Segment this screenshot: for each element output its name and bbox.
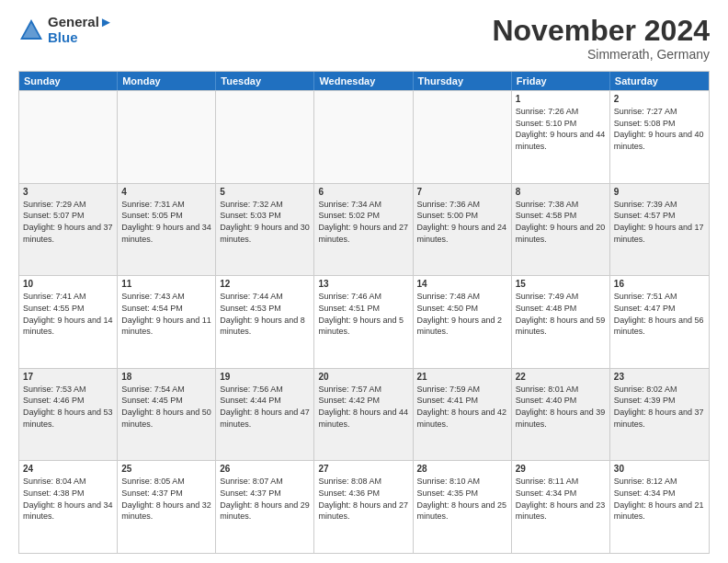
cell-info: Sunrise: 7:39 AM Sunset: 4:57 PM Dayligh… bbox=[614, 199, 705, 245]
cal-cell: 4Sunrise: 7:31 AM Sunset: 5:05 PM Daylig… bbox=[118, 184, 216, 276]
day-number: 27 bbox=[318, 464, 408, 474]
cell-info: Sunrise: 7:36 AM Sunset: 5:00 PM Dayligh… bbox=[417, 199, 507, 245]
cal-cell: 16Sunrise: 7:51 AM Sunset: 4:47 PM Dayli… bbox=[610, 276, 709, 368]
cal-cell: 30Sunrise: 8:12 AM Sunset: 4:34 PM Dayli… bbox=[610, 461, 709, 553]
day-number: 11 bbox=[121, 279, 211, 289]
logo-icon bbox=[18, 17, 44, 43]
cal-cell: 10Sunrise: 7:41 AM Sunset: 4:55 PM Dayli… bbox=[19, 276, 118, 368]
header: General► Blue November 2024 Simmerath, G… bbox=[18, 15, 710, 62]
day-number: 9 bbox=[614, 187, 705, 197]
title-block: November 2024 Simmerath, Germany bbox=[492, 15, 710, 62]
cal-cell bbox=[414, 91, 512, 183]
cal-cell: 20Sunrise: 7:57 AM Sunset: 4:42 PM Dayli… bbox=[314, 369, 413, 461]
day-number: 17 bbox=[23, 372, 113, 382]
cal-cell: 12Sunrise: 7:44 AM Sunset: 4:53 PM Dayli… bbox=[216, 276, 314, 368]
day-number: 6 bbox=[318, 187, 408, 197]
cal-cell: 26Sunrise: 8:07 AM Sunset: 4:37 PM Dayli… bbox=[216, 461, 314, 553]
calendar: SundayMondayTuesdayWednesdayThursdayFrid… bbox=[18, 71, 710, 554]
day-number: 3 bbox=[23, 187, 113, 197]
main-title: November 2024 bbox=[492, 15, 710, 47]
cell-info: Sunrise: 8:07 AM Sunset: 4:37 PM Dayligh… bbox=[220, 476, 310, 522]
page: General► Blue November 2024 Simmerath, G… bbox=[0, 0, 728, 563]
cell-info: Sunrise: 7:41 AM Sunset: 4:55 PM Dayligh… bbox=[23, 291, 113, 337]
cal-cell: 17Sunrise: 7:53 AM Sunset: 4:46 PM Dayli… bbox=[19, 369, 118, 461]
cal-cell: 9Sunrise: 7:39 AM Sunset: 4:57 PM Daylig… bbox=[610, 184, 709, 276]
day-number: 12 bbox=[220, 279, 310, 289]
cell-info: Sunrise: 7:57 AM Sunset: 4:42 PM Dayligh… bbox=[318, 384, 408, 430]
calendar-body: 1Sunrise: 7:26 AM Sunset: 5:10 PM Daylig… bbox=[19, 90, 709, 553]
cell-info: Sunrise: 7:44 AM Sunset: 4:53 PM Dayligh… bbox=[220, 291, 310, 337]
cell-info: Sunrise: 8:01 AM Sunset: 4:40 PM Dayligh… bbox=[516, 384, 606, 430]
cal-cell: 18Sunrise: 7:54 AM Sunset: 4:45 PM Dayli… bbox=[118, 369, 216, 461]
cal-cell: 23Sunrise: 8:02 AM Sunset: 4:39 PM Dayli… bbox=[610, 369, 709, 461]
calendar-header: SundayMondayTuesdayWednesdayThursdayFrid… bbox=[19, 72, 709, 90]
day-number: 8 bbox=[516, 187, 606, 197]
cell-info: Sunrise: 7:59 AM Sunset: 4:41 PM Dayligh… bbox=[417, 384, 507, 430]
cal-header-wednesday: Wednesday bbox=[314, 72, 413, 90]
cal-cell: 3Sunrise: 7:29 AM Sunset: 5:07 PM Daylig… bbox=[19, 184, 118, 276]
cell-info: Sunrise: 7:54 AM Sunset: 4:45 PM Dayligh… bbox=[121, 384, 211, 430]
cal-cell: 1Sunrise: 7:26 AM Sunset: 5:10 PM Daylig… bbox=[512, 91, 610, 183]
cal-cell: 22Sunrise: 8:01 AM Sunset: 4:40 PM Dayli… bbox=[512, 369, 610, 461]
cal-cell: 28Sunrise: 8:10 AM Sunset: 4:35 PM Dayli… bbox=[414, 461, 512, 553]
day-number: 14 bbox=[417, 279, 507, 289]
cal-header-sunday: Sunday bbox=[19, 72, 118, 90]
day-number: 2 bbox=[614, 94, 705, 104]
cal-header-saturday: Saturday bbox=[610, 72, 709, 90]
cal-cell: 14Sunrise: 7:48 AM Sunset: 4:50 PM Dayli… bbox=[414, 276, 512, 368]
cal-cell bbox=[19, 91, 118, 183]
cal-cell bbox=[118, 91, 216, 183]
day-number: 4 bbox=[121, 187, 211, 197]
cell-info: Sunrise: 7:34 AM Sunset: 5:02 PM Dayligh… bbox=[318, 199, 408, 245]
cal-cell: 13Sunrise: 7:46 AM Sunset: 4:51 PM Dayli… bbox=[314, 276, 413, 368]
cell-info: Sunrise: 7:29 AM Sunset: 5:07 PM Dayligh… bbox=[23, 199, 113, 245]
cal-week-2: 3Sunrise: 7:29 AM Sunset: 5:07 PM Daylig… bbox=[19, 183, 709, 276]
cell-info: Sunrise: 7:48 AM Sunset: 4:50 PM Dayligh… bbox=[417, 291, 507, 337]
cal-header-friday: Friday bbox=[512, 72, 610, 90]
cell-info: Sunrise: 7:56 AM Sunset: 4:44 PM Dayligh… bbox=[220, 384, 310, 430]
cal-header-monday: Monday bbox=[118, 72, 216, 90]
day-number: 25 bbox=[121, 464, 211, 474]
cell-info: Sunrise: 7:53 AM Sunset: 4:46 PM Dayligh… bbox=[23, 384, 113, 430]
logo-text: General► Blue bbox=[48, 15, 113, 45]
day-number: 15 bbox=[516, 279, 606, 289]
cal-header-tuesday: Tuesday bbox=[216, 72, 314, 90]
day-number: 30 bbox=[614, 464, 705, 474]
cal-cell: 5Sunrise: 7:32 AM Sunset: 5:03 PM Daylig… bbox=[216, 184, 314, 276]
cell-info: Sunrise: 8:08 AM Sunset: 4:36 PM Dayligh… bbox=[318, 476, 408, 522]
cell-info: Sunrise: 8:02 AM Sunset: 4:39 PM Dayligh… bbox=[614, 384, 705, 430]
cell-info: Sunrise: 8:04 AM Sunset: 4:38 PM Dayligh… bbox=[23, 476, 113, 522]
day-number: 21 bbox=[417, 372, 507, 382]
cell-info: Sunrise: 7:31 AM Sunset: 5:05 PM Dayligh… bbox=[121, 199, 211, 245]
day-number: 28 bbox=[417, 464, 507, 474]
cell-info: Sunrise: 7:26 AM Sunset: 5:10 PM Dayligh… bbox=[516, 106, 606, 152]
cal-cell: 6Sunrise: 7:34 AM Sunset: 5:02 PM Daylig… bbox=[314, 184, 413, 276]
day-number: 19 bbox=[220, 372, 310, 382]
day-number: 24 bbox=[23, 464, 113, 474]
cal-cell bbox=[216, 91, 314, 183]
day-number: 7 bbox=[417, 187, 507, 197]
cal-cell: 19Sunrise: 7:56 AM Sunset: 4:44 PM Dayli… bbox=[216, 369, 314, 461]
cal-header-thursday: Thursday bbox=[414, 72, 512, 90]
cal-cell: 15Sunrise: 7:49 AM Sunset: 4:48 PM Dayli… bbox=[512, 276, 610, 368]
cal-cell: 21Sunrise: 7:59 AM Sunset: 4:41 PM Dayli… bbox=[414, 369, 512, 461]
cell-info: Sunrise: 7:27 AM Sunset: 5:08 PM Dayligh… bbox=[614, 106, 705, 152]
day-number: 5 bbox=[220, 187, 310, 197]
cal-cell: 24Sunrise: 8:04 AM Sunset: 4:38 PM Dayli… bbox=[19, 461, 118, 553]
cal-cell: 2Sunrise: 7:27 AM Sunset: 5:08 PM Daylig… bbox=[610, 91, 709, 183]
cell-info: Sunrise: 7:46 AM Sunset: 4:51 PM Dayligh… bbox=[318, 291, 408, 337]
day-number: 20 bbox=[318, 372, 408, 382]
cal-week-4: 17Sunrise: 7:53 AM Sunset: 4:46 PM Dayli… bbox=[19, 368, 709, 461]
day-number: 26 bbox=[220, 464, 310, 474]
cal-week-5: 24Sunrise: 8:04 AM Sunset: 4:38 PM Dayli… bbox=[19, 460, 709, 553]
cell-info: Sunrise: 8:11 AM Sunset: 4:34 PM Dayligh… bbox=[516, 476, 606, 522]
cal-cell: 7Sunrise: 7:36 AM Sunset: 5:00 PM Daylig… bbox=[414, 184, 512, 276]
day-number: 16 bbox=[614, 279, 705, 289]
cell-info: Sunrise: 7:49 AM Sunset: 4:48 PM Dayligh… bbox=[516, 291, 606, 337]
day-number: 18 bbox=[121, 372, 211, 382]
cell-info: Sunrise: 7:38 AM Sunset: 4:58 PM Dayligh… bbox=[516, 199, 606, 245]
subtitle: Simmerath, Germany bbox=[492, 47, 710, 62]
logo: General► Blue bbox=[18, 15, 113, 45]
cal-cell: 27Sunrise: 8:08 AM Sunset: 4:36 PM Dayli… bbox=[314, 461, 413, 553]
day-number: 22 bbox=[516, 372, 606, 382]
